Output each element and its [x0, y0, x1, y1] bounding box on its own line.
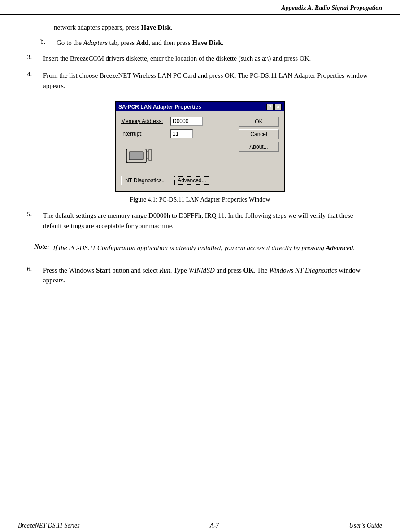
list-item-3: 3. Insert the BreezeCOM drivers diskette… — [27, 53, 373, 64]
dialog-title: SA-PCR LAN Adapter Properties — [118, 104, 201, 110]
about-button[interactable]: About... — [239, 142, 279, 152]
advanced-button[interactable]: Advanced... — [174, 176, 210, 185]
note-box: Note: If the PC-DS.11 Configuration appl… — [27, 238, 373, 258]
memory-label: Memory Address: — [121, 118, 170, 124]
list-number-3: 3. — [27, 53, 43, 64]
pc-card-icon — [126, 145, 234, 169]
dialog-right-panel: OK Cancel About... — [239, 117, 279, 185]
page-content: network adapters appears, press Have Dis… — [0, 15, 400, 320]
titlebar-buttons: ? ✕ — [266, 104, 282, 110]
interrupt-label: Interrupt: — [121, 131, 170, 137]
svg-rect-4 — [149, 150, 152, 160]
list-number-4: 4. — [27, 70, 43, 91]
dialog-body: Memory Address: Interrupt: — [116, 111, 284, 191]
list-item-4: 4. From the list choose BreezeNET Wirele… — [27, 70, 373, 91]
interrupt-input[interactable] — [170, 129, 193, 138]
cancel-button[interactable]: Cancel — [239, 129, 279, 139]
close-button[interactable]: ✕ — [274, 104, 282, 110]
bottom-buttons-row: NT Diagnostics... Advanced... — [121, 176, 234, 185]
svg-line-2 — [146, 150, 149, 152]
figure-container: SA-PCR LAN Adapter Properties ? ✕ Memory… — [27, 101, 373, 203]
list-text-5: The default settings are memory range D0… — [43, 211, 373, 231]
ok-button[interactable]: OK — [239, 117, 279, 127]
list-text-3: Insert the BreezeCOM drivers diskette, e… — [43, 53, 373, 64]
sub-item-b: b. Go to the Adapters tab, press Add, an… — [27, 38, 373, 48]
list-text-4: From the list choose BreezeNET Wireless … — [43, 70, 373, 91]
sub-text-b: Go to the Adapters tab, press Add, and t… — [57, 38, 373, 48]
footer-left: BreezeNET DS.11 Series — [18, 522, 80, 529]
page-footer: BreezeNET DS.11 Series A-7 User's Guide — [0, 519, 400, 532]
list-number-6: 6. — [27, 265, 43, 286]
nt-diagnostics-button[interactable]: NT Diagnostics... — [121, 176, 170, 185]
svg-rect-1 — [129, 152, 143, 160]
note-label: Note: — [34, 243, 49, 251]
intro-before: network adapters appears, press — [54, 24, 141, 31]
memory-field-row: Memory Address: — [121, 117, 234, 126]
intro-period: . — [171, 24, 173, 31]
dialog-box: SA-PCR LAN Adapter Properties ? ✕ Memory… — [115, 101, 285, 192]
footer-right: User's Guide — [349, 522, 382, 529]
list-text-6: Press the Windows Start button and selec… — [43, 265, 373, 286]
interrupt-field-row: Interrupt: — [121, 129, 234, 138]
intro-text: network adapters appears, press Have Dis… — [27, 24, 373, 31]
list-item-5: 5. The default settings are memory range… — [27, 211, 373, 231]
sub-letter-b: b. — [40, 38, 57, 48]
memory-input[interactable] — [170, 117, 203, 126]
help-button[interactable]: ? — [266, 104, 274, 110]
dialog-left-panel: Memory Address: Interrupt: — [121, 117, 234, 185]
note-text: If the PC-DS.11 Configuration applicatio… — [53, 243, 355, 253]
page-header: Appendix A. Radio Signal Propagation — [0, 0, 400, 15]
list-number-5: 5. — [27, 211, 43, 231]
svg-line-3 — [146, 158, 149, 160]
list-item-6: 6. Press the Windows Start button and se… — [27, 265, 373, 286]
figure-caption: Figure 4.1: PC-DS.11 LAN Adapter Propert… — [130, 196, 270, 203]
footer-center: A-7 — [210, 522, 219, 529]
intro-bold: Have Disk — [141, 24, 171, 31]
dialog-titlebar: SA-PCR LAN Adapter Properties ? ✕ — [116, 102, 284, 111]
